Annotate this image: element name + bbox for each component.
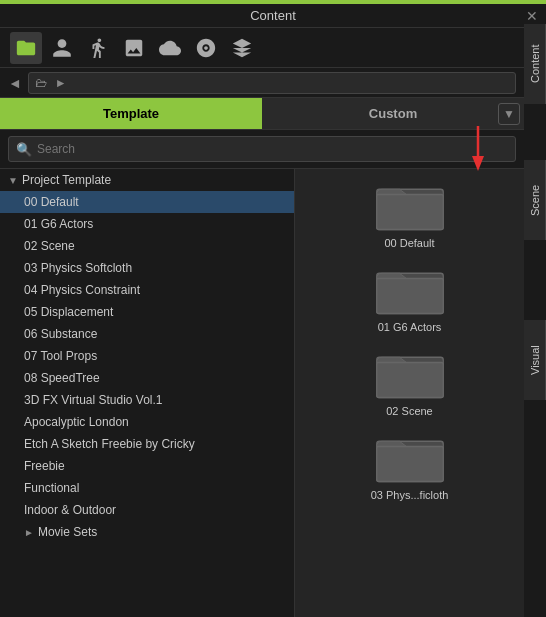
grid-item-label: 03 Phys...ficloth [371, 489, 449, 501]
grid-item[interactable]: 02 Scene [303, 345, 516, 417]
tree-item-label: Functional [24, 481, 79, 495]
tree-root-arrow: ▼ [8, 175, 18, 186]
tree-item[interactable]: Etch A Sketch Freebie by Cricky [0, 433, 294, 455]
tree-item-label: 3D FX Virtual Studio Vol.1 [24, 393, 163, 407]
tree-item[interactable]: 06 Substance [0, 323, 294, 345]
tab-dropdown-button[interactable]: ▼ [498, 103, 520, 125]
tree-item[interactable]: 00 Default [0, 191, 294, 213]
tree-root-label: Project Template [22, 173, 111, 187]
content-tab-label: Content [529, 45, 541, 84]
tree-item-label: Freebie [24, 459, 65, 473]
tree-item[interactable]: 3D FX Virtual Studio Vol.1 [0, 389, 294, 411]
toolbar-image-icon[interactable] [118, 32, 150, 64]
tree-root-item[interactable]: ▼ Project Template [0, 169, 294, 191]
tree-item[interactable]: Apocalyptic London [0, 411, 294, 433]
template-tab-label: Template [103, 106, 159, 121]
grid-folder-icon [375, 429, 445, 485]
search-bar: 🔍 [0, 130, 524, 169]
tree-item-label: 04 Physics Constraint [24, 283, 140, 297]
tree-item-label: Indoor & Outdoor [24, 503, 116, 517]
toolbar-person-icon[interactable] [46, 32, 78, 64]
grid-folder-icon [375, 345, 445, 401]
tree-item[interactable]: 01 G6 Actors [0, 213, 294, 235]
tree-item-label: 00 Default [24, 195, 79, 209]
scene-tab-label: Scene [529, 184, 541, 215]
custom-tab[interactable]: Custom [262, 98, 524, 129]
grid-item[interactable]: 01 G6 Actors [303, 261, 516, 333]
toolbar-shape-icon[interactable] [226, 32, 258, 64]
tab-visual[interactable]: Visual [524, 320, 546, 400]
tree-item-label: 05 Displacement [24, 305, 113, 319]
grid-item[interactable]: 03 Phys...ficloth [303, 429, 516, 501]
svg-rect-7 [376, 363, 443, 398]
tree-item-label: 01 G6 Actors [24, 217, 93, 231]
svg-rect-9 [376, 447, 443, 482]
search-input[interactable] [8, 136, 516, 162]
tree-item-label: 03 Physics Softcloth [24, 261, 132, 275]
tree-item[interactable]: 05 Displacement [0, 301, 294, 323]
grid-panel: 00 Default 01 G6 Actors 02 Scene 03 Phys… [295, 169, 524, 617]
chevron-down-icon: ▼ [503, 107, 515, 121]
toolbar-disc-icon[interactable] [190, 32, 222, 64]
tree-item[interactable]: 08 SpeedTree [0, 367, 294, 389]
nav-arrow: ► [55, 76, 67, 90]
title-bar-text: Content [250, 8, 296, 23]
tree-item-label: 02 Scene [24, 239, 75, 253]
grid-item[interactable]: 00 Default [303, 177, 516, 249]
nav-folder-icon: 🗁 [35, 76, 47, 90]
tree-item[interactable]: Functional [0, 477, 294, 499]
tree-item[interactable]: 04 Physics Constraint [0, 279, 294, 301]
nav-bar: ◄ 🗁 ► [0, 68, 524, 98]
tab-scene[interactable]: Scene [524, 160, 546, 240]
nav-back-button[interactable]: ◄ [8, 75, 22, 91]
tree-item-label: 06 Substance [24, 327, 97, 341]
tree-item-label: 07 Tool Props [24, 349, 97, 363]
tree-item-arrow: ► [24, 527, 34, 538]
tree-item[interactable]: 07 Tool Props [0, 345, 294, 367]
toolbar-folder-icon[interactable] [10, 32, 42, 64]
grid-item-label: 02 Scene [386, 405, 432, 417]
grid-item-label: 00 Default [384, 237, 434, 249]
tab-bar: Template Custom ▼ [0, 98, 524, 130]
svg-rect-3 [376, 195, 443, 230]
custom-tab-label: Custom [369, 106, 417, 121]
template-tab[interactable]: Template [0, 98, 262, 129]
grid-folder-icon [375, 261, 445, 317]
tree-item[interactable]: 03 Physics Softcloth [0, 257, 294, 279]
tree-item-label: Etch A Sketch Freebie by Cricky [24, 437, 195, 451]
nav-path: 🗁 ► [28, 72, 516, 94]
tree-item-label: Movie Sets [38, 525, 97, 539]
visual-tab-label: Visual [529, 345, 541, 375]
toolbar [0, 28, 524, 68]
title-bar: Content ✕ [0, 4, 546, 28]
grid-folder-icon [375, 177, 445, 233]
tree-item[interactable]: Freebie [0, 455, 294, 477]
tree-item-label: Apocalyptic London [24, 415, 129, 429]
close-icon[interactable]: ✕ [526, 8, 538, 24]
tree-item[interactable]: Indoor & Outdoor [0, 499, 294, 521]
tree-item[interactable]: 02 Scene [0, 235, 294, 257]
toolbar-cloud-icon[interactable] [154, 32, 186, 64]
toolbar-figure-icon[interactable] [82, 32, 114, 64]
svg-rect-5 [376, 279, 443, 314]
tree-item-label: 08 SpeedTree [24, 371, 100, 385]
grid-item-label: 01 G6 Actors [378, 321, 442, 333]
tree-item[interactable]: ►Movie Sets [0, 521, 294, 543]
tree-panel: ▼ Project Template 00 Default01 G6 Actor… [0, 169, 295, 617]
tab-content[interactable]: Content [524, 24, 546, 104]
content-panels: ▼ Project Template 00 Default01 G6 Actor… [0, 169, 524, 617]
